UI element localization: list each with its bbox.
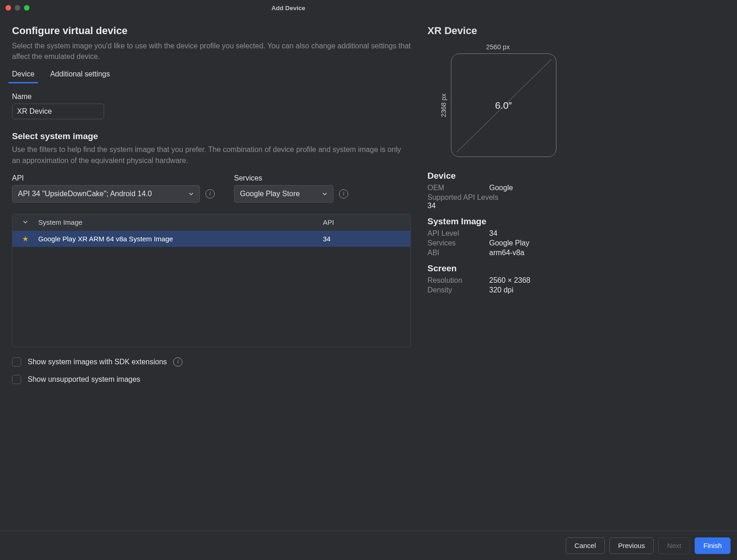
device-preview: 2560 px 2368 px 6.0″	[427, 43, 568, 157]
preview-width: 2560 px	[486, 43, 510, 51]
star-icon: ★	[12, 234, 38, 243]
sidebar-title: XR Device	[427, 25, 568, 37]
info-icon[interactable]: i	[173, 357, 182, 367]
api-level-label: API Level	[427, 229, 489, 238]
chevron-down-icon	[23, 219, 28, 225]
table-row[interactable]: ★ Google Play XR ARM 64 v8a System Image…	[12, 231, 410, 247]
services-dropdown[interactable]: Google Play Store	[234, 185, 333, 203]
api-dropdown[interactable]: API 34 "UpsideDownCake"; Android 14.0	[12, 185, 200, 203]
left-panel: Configure virtual device Select the syst…	[12, 25, 427, 409]
traffic-lights	[6, 5, 29, 11]
tabs: Device Additional settings	[12, 70, 411, 83]
name-input[interactable]	[12, 104, 104, 119]
chevron-down-icon	[322, 191, 328, 197]
resolution-value: 2560 × 2368	[489, 276, 530, 285]
page-title: Configure virtual device	[12, 25, 411, 37]
minimize-window-button[interactable]	[15, 5, 20, 11]
col-api[interactable]: API	[323, 218, 410, 226]
chevron-down-icon	[188, 191, 194, 197]
supported-api-label: Supported API Levels	[427, 193, 568, 202]
close-window-button[interactable]	[6, 5, 11, 11]
info-icon[interactable]: i	[339, 189, 348, 198]
api-label: API	[12, 174, 200, 182]
preview-diagonal: 6.0″	[495, 100, 512, 111]
info-icon[interactable]: i	[205, 189, 215, 198]
preview-screen: 6.0″	[451, 53, 556, 157]
services-label: Services	[427, 239, 489, 247]
services-value: Google Play	[489, 239, 529, 247]
system-desc: Use the filters to help find the system …	[12, 144, 411, 165]
name-label: Name	[12, 93, 411, 101]
titlebar: Add Device	[0, 0, 577, 16]
resolution-label: Resolution	[427, 276, 489, 285]
page-subtitle: Select the system image you'd like to us…	[12, 41, 411, 62]
table-header: System Image API	[12, 214, 410, 231]
abi-label: ABI	[427, 249, 489, 257]
density-value: 320 dpi	[489, 286, 514, 294]
checkbox-sdk-extensions[interactable]	[12, 357, 21, 367]
label-unsupported: Show unsupported system images	[28, 375, 140, 384]
label-sdk-extensions: Show system images with SDK extensions	[28, 358, 167, 366]
preview-height: 2368 px	[440, 93, 447, 117]
system-image-table: System Image API ★ Google Play XR ARM 64…	[12, 214, 411, 347]
abi-value: arm64-v8a	[489, 249, 524, 257]
oem-value: Google	[489, 184, 513, 192]
api-level-value: 34	[489, 229, 497, 238]
supported-api-value: 34	[427, 202, 568, 210]
right-panel: XR Device 2560 px 2368 px 6.0″ Device OE…	[427, 25, 577, 409]
col-system-image[interactable]: System Image	[38, 218, 323, 226]
maximize-window-button[interactable]	[24, 5, 29, 11]
collapse-toggle[interactable]	[12, 218, 38, 226]
heading-screen: Screen	[427, 263, 568, 274]
window-title: Add Device	[0, 5, 577, 12]
row-name: Google Play XR ARM 64 v8a System Image	[38, 235, 323, 243]
heading-system-image: System Image	[427, 216, 568, 227]
tab-additional-settings[interactable]: Additional settings	[50, 70, 110, 83]
services-value: Google Play Store	[240, 190, 300, 198]
oem-label: OEM	[427, 184, 489, 192]
api-value: API 34 "UpsideDownCake"; Android 14.0	[18, 190, 152, 198]
density-label: Density	[427, 286, 489, 294]
checkbox-unsupported[interactable]	[12, 375, 21, 384]
tab-device[interactable]: Device	[12, 70, 35, 83]
row-api: 34	[323, 235, 410, 243]
services-label: Services	[234, 174, 333, 182]
heading-device: Device	[427, 171, 568, 181]
system-title: Select system image	[12, 131, 411, 141]
